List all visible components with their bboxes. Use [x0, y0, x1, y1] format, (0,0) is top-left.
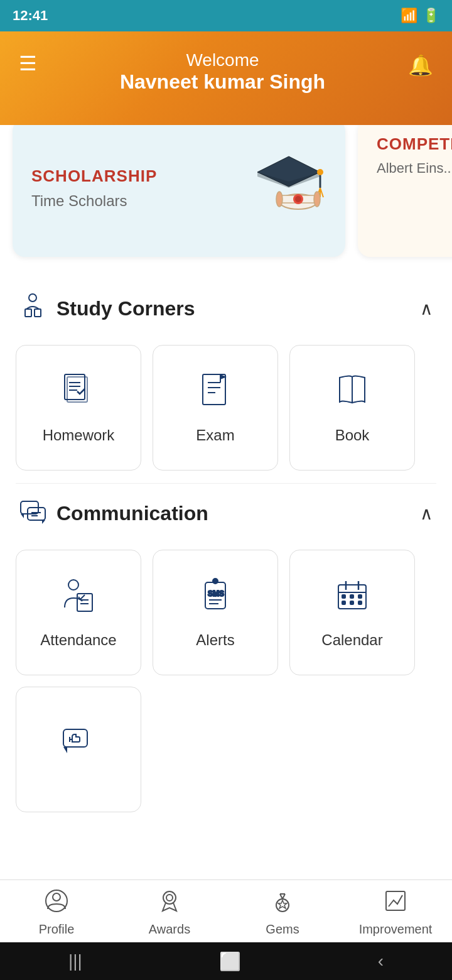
svg-rect-49	[342, 601, 345, 604]
svg-rect-34	[77, 594, 92, 611]
calendar-item[interactable]: Calendar	[289, 550, 415, 675]
svg-marker-60	[278, 900, 287, 908]
card-type-scholarship: SCHOLARSHIP	[31, 166, 157, 186]
android-back-icon[interactable]: |||	[68, 951, 82, 971]
status-time: 12:41	[13, 8, 48, 24]
communication-icon	[19, 496, 47, 531]
homework-label: Homework	[43, 427, 115, 444]
card-name-competition: Albert Eins... Scholarshi...	[377, 160, 452, 177]
card-type-competition: COMPETI...	[377, 134, 452, 154]
hamburger-icon[interactable]: ☰	[19, 53, 37, 74]
header: ☰ Welcome Navneet kumar Singh 🔔	[0, 31, 452, 125]
book-label: Book	[335, 427, 370, 444]
gems-icon	[271, 889, 294, 918]
svg-text:SMS: SMS	[208, 589, 224, 598]
svg-rect-15	[35, 309, 41, 317]
android-home-icon[interactable]: ⬜	[219, 951, 241, 972]
feedback-item[interactable]	[16, 687, 141, 812]
attendance-icon	[60, 576, 97, 622]
exam-icon	[196, 371, 234, 417]
svg-rect-14	[25, 309, 31, 317]
scholarship-image	[251, 150, 326, 226]
main-content: Study Corners ∧ Homework	[0, 273, 452, 881]
nav-awards-label: Awards	[149, 922, 190, 937]
bottom-nav: Profile Awards Gems	[0, 879, 452, 942]
svg-rect-48	[358, 595, 362, 598]
nav-profile[interactable]: Profile	[0, 889, 113, 937]
exam-label: Exam	[196, 427, 234, 444]
svg-point-33	[68, 580, 78, 590]
svg-point-3	[317, 169, 323, 175]
svg-line-61	[280, 894, 282, 899]
alerts-label: Alerts	[196, 631, 234, 649]
svg-rect-47	[350, 595, 353, 598]
cards-section: SCHOLARSHIP Time Scholars	[0, 112, 452, 273]
attendance-label: Attendance	[40, 631, 116, 649]
card-name-scholarship: Time Scholars	[31, 192, 157, 210]
svg-point-9	[276, 192, 282, 207]
study-corners-title: Study Corners	[56, 297, 195, 320]
study-corners-chevron: ∧	[420, 298, 433, 319]
awards-icon	[158, 889, 181, 918]
svg-point-10	[314, 192, 320, 207]
svg-point-12	[295, 196, 301, 202]
communication-header[interactable]: Communication ∧	[0, 484, 452, 543]
svg-point-13	[29, 294, 36, 302]
nav-gems-label: Gems	[266, 922, 299, 937]
competition-card[interactable]: COMPETI... Albert Eins... Scholarshi...	[358, 119, 452, 257]
svg-point-56	[53, 893, 60, 901]
alerts-item[interactable]: SMS Alerts	[153, 550, 278, 675]
nav-gems[interactable]: Gems	[226, 889, 339, 937]
svg-rect-46	[342, 595, 345, 598]
android-recents-icon[interactable]: ‹	[378, 951, 384, 971]
study-corners-header[interactable]: Study Corners ∧	[0, 279, 452, 339]
calendar-icon	[333, 576, 371, 622]
calendar-label: Calendar	[321, 631, 382, 649]
nav-improvement[interactable]: Improvement	[339, 889, 452, 937]
status-icons: 📶 🔋	[401, 8, 439, 24]
header-center: Welcome Navneet kumar Singh	[120, 50, 325, 94]
svg-point-58	[166, 895, 173, 901]
study-corners-icon	[19, 291, 47, 326]
android-nav-bar: ||| ⬜ ‹	[0, 942, 452, 980]
svg-point-41	[213, 579, 218, 584]
notification-bell-icon[interactable]: 🔔	[408, 53, 433, 77]
svg-rect-21	[203, 374, 225, 405]
homework-item[interactable]: Homework	[16, 345, 141, 471]
improvement-icon	[384, 889, 407, 918]
study-corners-grid: Homework Exam	[0, 339, 452, 483]
communication-grid: Attendance SMS Alerts	[0, 543, 452, 875]
book-icon	[333, 371, 371, 417]
feedback-icon	[60, 722, 97, 768]
welcome-text: Welcome	[120, 50, 325, 70]
nav-awards[interactable]: Awards	[113, 889, 226, 937]
communication-chevron: ∧	[420, 503, 433, 524]
nav-improvement-label: Improvement	[359, 922, 433, 937]
nav-profile-label: Profile	[39, 922, 75, 937]
svg-line-62	[282, 894, 285, 899]
scholarship-card[interactable]: SCHOLARSHIP Time Scholars	[13, 119, 345, 257]
user-name: Navneet kumar Singh	[120, 70, 325, 94]
svg-rect-51	[358, 601, 362, 604]
alerts-icon: SMS	[196, 576, 234, 622]
attendance-item[interactable]: Attendance	[16, 550, 141, 675]
svg-rect-64	[386, 891, 405, 910]
svg-point-57	[163, 891, 176, 904]
profile-icon	[45, 889, 68, 918]
status-bar: 12:41 📶 🔋	[0, 0, 452, 31]
svg-rect-52	[63, 729, 87, 747]
svg-rect-50	[350, 601, 353, 604]
homework-icon	[60, 371, 97, 417]
communication-title: Communication	[56, 502, 208, 525]
book-item[interactable]: Book	[289, 345, 415, 471]
exam-item[interactable]: Exam	[153, 345, 278, 471]
